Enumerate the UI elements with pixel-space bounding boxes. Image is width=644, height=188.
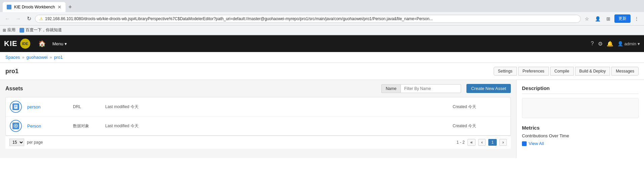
bookmark-apps-label: 应用: [7, 27, 15, 33]
preferences-action-btn[interactable]: Preferences: [518, 67, 549, 76]
update-btn[interactable]: 更新: [614, 14, 631, 23]
pagination-bar: 15 25 50 per page 1 - 2 « ‹ 1 ›: [5, 136, 511, 149]
per-page-label: per page: [27, 140, 43, 145]
menu-dropdown-btn[interactable]: Menu ▾: [48, 39, 71, 49]
notifications-btn[interactable]: 🔔: [607, 41, 613, 47]
profile-btn[interactable]: 👤: [593, 14, 602, 23]
browser-actions: ☆ 👤 ⊞ 更新 ⋮: [582, 14, 641, 23]
prev-page-btn[interactable]: ‹: [478, 139, 486, 146]
assets-panel: Assets Name Create New Asset: [0, 80, 516, 158]
project-actions: Settings Preferences Compile Build & Dep…: [494, 67, 639, 76]
extensions-btn[interactable]: ⊞: [604, 14, 613, 23]
kie-logo: KIE IDE: [4, 39, 30, 49]
settings-btn[interactable]: ⚙: [598, 41, 603, 47]
first-page-btn[interactable]: «: [467, 139, 476, 146]
view-all-link[interactable]: View All: [522, 141, 639, 146]
address-bar[interactable]: ⚠ 192.168.86.101:8080/drools-wb/kie-droo…: [35, 15, 581, 23]
contributions-label: Contributions Over Time: [522, 133, 639, 138]
breadcrumb-guohaowei[interactable]: guohaowei: [27, 55, 48, 60]
bookmark-baidu-icon: [20, 28, 24, 33]
breadcrumb-spaces[interactable]: Spaces: [5, 55, 20, 60]
data-icon: [13, 124, 18, 128]
metrics-title: Metrics: [522, 125, 639, 131]
bookmarks-bar: ⊞ 应用 百度一下，你就知道: [0, 26, 644, 35]
asset-table: person DRL Last modified 今天 Created 今天: [5, 97, 511, 136]
breadcrumb-pro1[interactable]: pro1: [54, 55, 63, 60]
settings-action-btn[interactable]: Settings: [494, 67, 517, 76]
address-text: 192.168.86.101:8080/drools-wb/kie-drools…: [45, 16, 576, 21]
right-panel: Description Metrics Contributions Over T…: [516, 80, 644, 158]
asset-name-0[interactable]: person: [27, 104, 68, 109]
asset-created-1: Created 今天: [453, 123, 506, 129]
filter-input[interactable]: [401, 84, 461, 93]
tab-title: KIE Drools Workbench: [14, 5, 55, 9]
page-1-btn[interactable]: 1: [488, 139, 497, 146]
bookmark-apps[interactable]: ⊞ 应用: [3, 27, 15, 33]
metrics-section: Metrics Contributions Over Time View All: [522, 125, 639, 146]
menu-btn-chrome[interactable]: ⋮: [632, 14, 641, 23]
new-tab-btn[interactable]: +: [66, 2, 75, 12]
svg-point-5: [15, 125, 16, 127]
view-all-text: View All: [529, 141, 544, 146]
asset-created-0: Created 今天: [453, 104, 506, 110]
create-asset-btn[interactable]: Create New Asset: [466, 84, 511, 93]
kie-text: KIE: [4, 39, 17, 48]
asset-icon-0: [10, 101, 22, 113]
back-btn[interactable]: ←: [3, 14, 12, 23]
page-range: 1 - 2: [457, 140, 465, 145]
svg-rect-0: [14, 105, 17, 109]
assets-filter: Name: [381, 84, 461, 93]
assets-title: Assets: [5, 86, 23, 92]
asset-modified-0: Last modified 今天: [105, 104, 447, 110]
description-title: Description: [522, 85, 639, 94]
compile-action-btn[interactable]: Compile: [550, 67, 574, 76]
project-header: pro1 Settings Preferences Compile Build …: [0, 63, 644, 80]
messages-action-btn[interactable]: Messages: [611, 67, 639, 76]
asset-icon-inner-1: [12, 123, 19, 129]
asset-type-0: DRL: [73, 104, 100, 109]
app-navbar: KIE IDE 🏠 Menu ▾ ? ⚙ 🔔 👤 admin ▾: [0, 35, 644, 52]
description-section: Description: [522, 85, 639, 118]
project-title: pro1: [5, 68, 18, 75]
asset-icon-1: [10, 120, 22, 132]
drl-icon: [13, 104, 18, 109]
nav-right: ? ⚙ 🔔 👤 admin ▾: [591, 41, 640, 47]
home-btn[interactable]: 🏠: [36, 37, 48, 50]
asset-icon-inner-0: [12, 103, 19, 110]
tab-bar: KIE Drools Workbench ✕ +: [0, 0, 644, 12]
asset-modified-1: Last modified 今天: [105, 123, 447, 129]
description-area: [522, 98, 639, 118]
tab-favicon: [7, 5, 11, 9]
filter-label-btn[interactable]: Name: [381, 84, 401, 93]
browser-chrome: KIE Drools Workbench ✕ + ← → ↻ ⚠ 192.168…: [0, 0, 644, 35]
nav-bar: ← → ↻ ⚠ 192.168.86.101:8080/drools-wb/ki…: [0, 12, 644, 26]
next-page-btn[interactable]: ›: [499, 139, 507, 146]
view-all-icon: [522, 141, 527, 146]
app-container: KIE IDE 🏠 Menu ▾ ? ⚙ 🔔 👤 admin ▾ Spaces …: [0, 35, 644, 188]
table-row: person DRL Last modified 今天 Created 今天: [6, 97, 510, 116]
breadcrumb-sep1: »: [22, 55, 24, 60]
forward-btn[interactable]: →: [13, 14, 23, 23]
admin-dropdown-btn[interactable]: 👤 admin ▾: [617, 41, 640, 46]
reload-btn[interactable]: ↻: [24, 14, 34, 23]
help-btn[interactable]: ?: [591, 41, 594, 47]
bookmark-baidu-label: 百度一下，你就知道: [26, 27, 62, 33]
per-page-select[interactable]: 15 25 50: [9, 139, 24, 146]
tab-close-btn[interactable]: ✕: [58, 4, 62, 10]
breadcrumb: Spaces » guohaowei » pro1: [0, 52, 644, 63]
asset-type-1: 数据对象: [73, 123, 100, 129]
ide-badge: IDE: [20, 39, 30, 49]
bookmark-btn[interactable]: ☆: [582, 14, 592, 23]
table-row: Person 数据对象 Last modified 今天 Created 今天: [6, 116, 510, 135]
lock-icon: ⚠: [39, 16, 43, 21]
breadcrumb-sep2: »: [50, 55, 52, 60]
active-tab[interactable]: KIE Drools Workbench ✕: [3, 2, 66, 12]
main-content: Assets Name Create New Asset: [0, 80, 644, 158]
build-deploy-action-btn[interactable]: Build & Deploy: [575, 67, 610, 76]
asset-name-1[interactable]: Person: [27, 124, 68, 129]
bookmark-baidu[interactable]: 百度一下，你就知道: [20, 27, 62, 33]
assets-header: Assets Name Create New Asset: [5, 84, 511, 93]
